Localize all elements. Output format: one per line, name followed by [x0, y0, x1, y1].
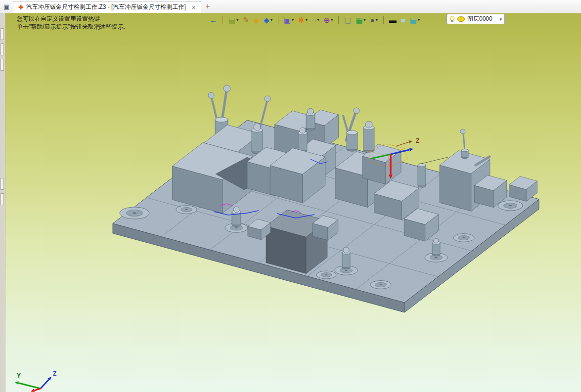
- dropdown-arrow-icon[interactable]: ▾: [236, 18, 238, 22]
- toolbar-appearance-button[interactable]: ▤▾: [228, 16, 238, 24]
- app-logo-icon[interactable]: ▣: [0, 0, 13, 13]
- dropdown-arrow-icon[interactable]: ▾: [270, 18, 272, 22]
- layer-name: 图层0000: [467, 15, 492, 23]
- tab-close-icon[interactable]: ×: [192, 3, 196, 11]
- line-width-icon: ▬: [389, 16, 397, 24]
- toolbar-color-swatch-button[interactable]: ■: [401, 16, 405, 24]
- view-toolbar: ←▤▾✎◆◆▾▣▾✱▾◌▾⊕▾▢▦▾●▾▬■▤▾: [210, 14, 420, 25]
- toolbar-pen-button[interactable]: ✎: [243, 16, 249, 24]
- color-swatch-icon: ■: [401, 16, 405, 24]
- section-icon: ◌: [312, 16, 316, 24]
- docked-panel-button[interactable]: [0, 28, 4, 40]
- toolbar-display-stack-button[interactable]: ▤▾: [410, 16, 420, 24]
- cube-blue-icon: ◆: [264, 16, 269, 24]
- toolbar-separator: [338, 16, 339, 24]
- cube-yellow-icon: ◆: [254, 16, 260, 24]
- dropdown-arrow-icon[interactable]: ▾: [317, 18, 319, 22]
- toolbar-section-button[interactable]: ◌▾: [312, 16, 319, 24]
- docked-panel-rail: [0, 13, 5, 392]
- layer-color-swatch[interactable]: [457, 16, 465, 22]
- toolbar-separator: [223, 16, 223, 24]
- toolbar-line-width-button[interactable]: ▬: [389, 16, 397, 24]
- dropdown-arrow-icon[interactable]: ▾: [292, 18, 294, 22]
- layer-visibility-bulb-icon[interactable]: [449, 16, 455, 23]
- docked-panel-button[interactable]: [0, 193, 4, 205]
- layers-icon: ▣: [284, 16, 291, 24]
- tab-bar: ▣ ✚ 汽车冲压钣金尺寸检测工作.Z3 - [汽车冲压钣金尺寸检测工作] × +: [0, 0, 581, 13]
- toolbar-layers-button[interactable]: ▣▾: [284, 16, 294, 24]
- pen-icon: ✎: [243, 16, 249, 24]
- dropdown-arrow-icon[interactable]: ▾: [418, 18, 420, 22]
- layer-combobox[interactable]: 图层0000 ▾: [447, 14, 505, 24]
- hint-text: 您可以在自定义设置里设置热键 单击"帮助/显示提示"按钮来取消这些提示.: [17, 15, 125, 31]
- chevron-down-icon[interactable]: ▾: [499, 17, 502, 22]
- toolbar-cube-yellow-button[interactable]: ◆: [254, 16, 260, 24]
- appearance-icon: ▤: [228, 16, 235, 24]
- dropdown-arrow-icon[interactable]: ▾: [376, 18, 378, 22]
- docked-panel-button[interactable]: [0, 44, 4, 55]
- dropdown-arrow-icon[interactable]: ▾: [306, 18, 308, 22]
- tab-title: 汽车冲压钣金尺寸检测工作.Z3 - [汽车冲压钣金尺寸检测工作]: [26, 3, 186, 11]
- toolbar-panel-button[interactable]: ▢: [344, 16, 351, 24]
- toolbar-exit-button[interactable]: ←: [210, 16, 217, 24]
- render-mode-icon: ●: [370, 16, 375, 24]
- exit-icon: ←: [210, 16, 217, 24]
- docked-panel-button[interactable]: [0, 178, 4, 190]
- document-icon: ✚: [18, 4, 23, 11]
- document-tab[interactable]: ✚ 汽车冲压钣金尺寸检测工作.Z3 - [汽车冲压钣金尺寸检测工作] ×: [13, 1, 201, 13]
- toolbar-grid-button[interactable]: ▦▾: [356, 16, 365, 24]
- application-window: { "window": { "logo_glyph": "▣" }, "tabs…: [0, 0, 581, 392]
- toolbar-separator: [383, 16, 384, 24]
- toolbar-separator: [278, 16, 278, 24]
- target-icon: ⊕: [324, 16, 330, 24]
- docked-panel-button[interactable]: [0, 59, 4, 71]
- grid-icon: ▦: [356, 16, 362, 24]
- display-stack-icon: ▤: [410, 16, 417, 24]
- dropdown-arrow-icon[interactable]: ▾: [364, 18, 366, 22]
- panel-icon: ▢: [344, 16, 351, 24]
- toolbar-cube-blue-button[interactable]: ◆▾: [264, 16, 272, 24]
- dropdown-arrow-icon[interactable]: ▾: [331, 18, 333, 22]
- toolbar-target-button[interactable]: ⊕▾: [324, 16, 333, 24]
- toolbar-render-mode-button[interactable]: ●▾: [370, 16, 378, 24]
- gear-icon: ✱: [298, 16, 305, 24]
- new-tab-button[interactable]: +: [201, 0, 214, 13]
- hint-line-1: 您可以在自定义设置里设置热键: [17, 15, 125, 23]
- graphics-area[interactable]: [5, 13, 581, 392]
- hint-line-2: 单击"帮助/显示提示"按钮来取消这些提示.: [17, 23, 125, 31]
- toolbar-gear-button[interactable]: ✱▾: [298, 16, 308, 24]
